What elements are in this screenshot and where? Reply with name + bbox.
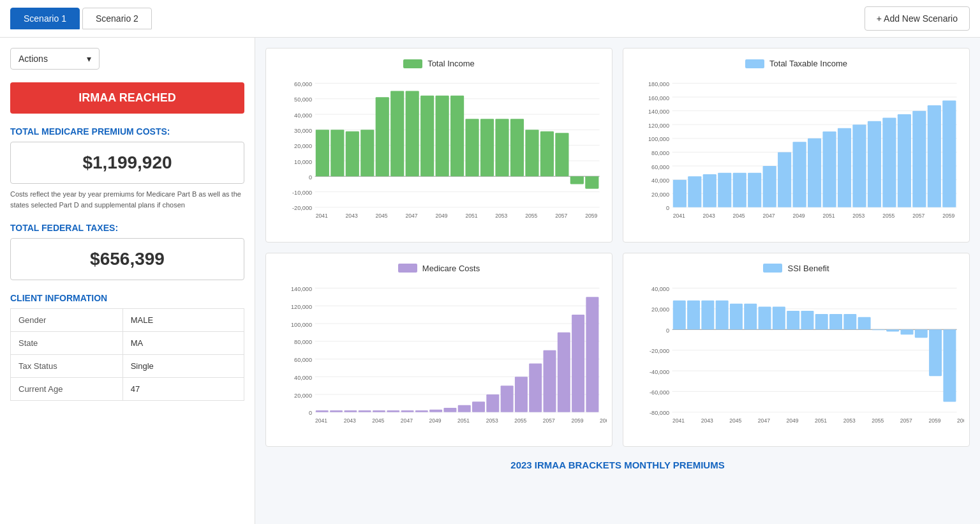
medicare-premium-box: $1,199,920 (10, 142, 244, 184)
svg-rect-36 (570, 176, 584, 184)
svg-rect-25 (406, 91, 419, 177)
svg-rect-128 (443, 407, 456, 412)
svg-rect-133 (515, 377, 528, 412)
svg-text:80,000: 80,000 (294, 339, 312, 345)
svg-text:80,000: 80,000 (651, 150, 669, 156)
svg-text:2053: 2053 (495, 213, 507, 219)
svg-rect-127 (429, 409, 442, 412)
svg-text:2051: 2051 (457, 417, 470, 423)
svg-rect-33 (525, 130, 538, 176)
svg-rect-24 (390, 91, 404, 177)
svg-rect-183 (901, 329, 914, 334)
svg-text:140,000: 140,000 (291, 286, 312, 292)
tab-group: Scenario 1 Scenario 2 (10, 8, 152, 29)
svg-rect-172 (744, 303, 757, 329)
svg-rect-21 (346, 131, 359, 176)
svg-rect-125 (401, 410, 414, 412)
svg-text:2041: 2041 (673, 213, 685, 219)
client-info-row: StateMA (11, 332, 244, 355)
svg-text:0: 0 (309, 410, 312, 416)
svg-rect-180 (858, 317, 871, 329)
svg-text:40,000: 40,000 (651, 286, 669, 292)
client-info-field-value: 47 (122, 378, 244, 401)
svg-rect-120 (330, 410, 343, 412)
svg-rect-184 (915, 329, 928, 338)
chart-medicare-costs: Medicare Costs140,000120,000100,00080,00… (265, 253, 612, 447)
svg-text:-10,000: -10,000 (292, 190, 312, 196)
chart-svg: 140,000120,000100,00080,00060,00040,0002… (271, 281, 607, 442)
svg-text:2049: 2049 (786, 417, 798, 423)
chart-total-income: Total Income60,00050,00040,00030,00020,0… (265, 48, 612, 243)
svg-text:2047: 2047 (405, 213, 417, 219)
svg-text:120,000: 120,000 (648, 123, 669, 129)
svg-rect-87 (912, 111, 926, 207)
svg-text:2043: 2043 (703, 213, 715, 219)
actions-dropdown[interactable]: Actions ▾ (10, 48, 100, 70)
svg-rect-37 (585, 176, 598, 188)
svg-text:2043: 2043 (346, 213, 358, 219)
svg-rect-179 (843, 313, 856, 329)
svg-text:2049: 2049 (792, 213, 805, 219)
medicare-premium-value: $1,199,920 (21, 153, 234, 173)
cost-note: Costs reflect the year by year premiums … (10, 189, 244, 210)
svg-text:2055: 2055 (882, 213, 895, 219)
svg-text:2045: 2045 (729, 417, 741, 423)
svg-rect-170 (716, 300, 729, 329)
tab-scenario1[interactable]: Scenario 1 (10, 8, 80, 29)
svg-text:2047: 2047 (758, 417, 770, 423)
svg-text:2051: 2051 (822, 213, 835, 219)
legend-color-box (398, 264, 417, 273)
svg-rect-88 (928, 105, 941, 207)
legend-color-box (403, 59, 422, 68)
svg-rect-181 (872, 329, 885, 330)
svg-text:2051: 2051 (465, 213, 477, 219)
svg-text:60,000: 60,000 (651, 164, 669, 170)
federal-taxes-value: $656,399 (21, 249, 234, 269)
svg-text:2053: 2053 (486, 417, 498, 423)
svg-rect-27 (436, 96, 449, 176)
svg-rect-123 (373, 410, 385, 412)
client-info-label: CLIENT INFORMATION (10, 293, 244, 303)
svg-text:120,000: 120,000 (291, 303, 312, 310)
svg-rect-119 (316, 410, 329, 412)
add-scenario-button[interactable]: + Add New Scenario (865, 6, 970, 31)
svg-rect-174 (773, 306, 785, 329)
chart-total-taxable-income: Total Taxable Income180,000160,000140,00… (623, 48, 970, 243)
client-info-table: GenderMALEStateMATax StatusSingleCurrent… (10, 308, 244, 401)
svg-text:2047: 2047 (401, 417, 413, 423)
svg-text:0: 0 (309, 174, 312, 181)
chart-title-text: Total Income (427, 59, 475, 68)
irmaa-brackets-label: 2023 IRMAA BRACKETS MONTHLY PREMIUMS (265, 454, 970, 475)
svg-rect-35 (555, 133, 568, 176)
svg-text:-80,000: -80,000 (650, 410, 669, 416)
svg-text:2059: 2059 (571, 417, 583, 423)
svg-text:2059: 2059 (928, 417, 940, 423)
chart-title-total-taxable-income: Total Taxable Income (628, 59, 964, 68)
svg-text:-60,000: -60,000 (650, 389, 669, 396)
svg-text:100,000: 100,000 (291, 321, 312, 327)
tab-scenario2[interactable]: Scenario 2 (82, 8, 152, 29)
svg-rect-77 (763, 166, 776, 207)
svg-text:2049: 2049 (429, 417, 441, 423)
svg-rect-136 (558, 332, 570, 412)
svg-text:2043: 2043 (701, 417, 713, 423)
client-info-row: GenderMALE (11, 309, 244, 332)
chart-title-text: Total Taxable Income (769, 59, 847, 68)
svg-text:180,000: 180,000 (648, 81, 669, 87)
client-info-field-value: Single (122, 355, 244, 378)
svg-text:60,000: 60,000 (294, 81, 312, 87)
svg-rect-86 (898, 114, 911, 207)
svg-rect-32 (510, 119, 524, 176)
legend-color-box (745, 59, 764, 68)
svg-text:2051: 2051 (815, 417, 827, 423)
svg-rect-75 (733, 173, 746, 207)
svg-rect-121 (344, 410, 357, 412)
svg-text:2059: 2059 (942, 213, 954, 219)
client-info-field-value: MA (122, 332, 244, 355)
svg-rect-30 (480, 119, 494, 176)
svg-rect-89 (942, 100, 956, 207)
svg-rect-185 (929, 329, 942, 376)
svg-text:0: 0 (666, 205, 669, 211)
svg-rect-177 (815, 313, 828, 329)
svg-text:100,000: 100,000 (648, 136, 669, 142)
